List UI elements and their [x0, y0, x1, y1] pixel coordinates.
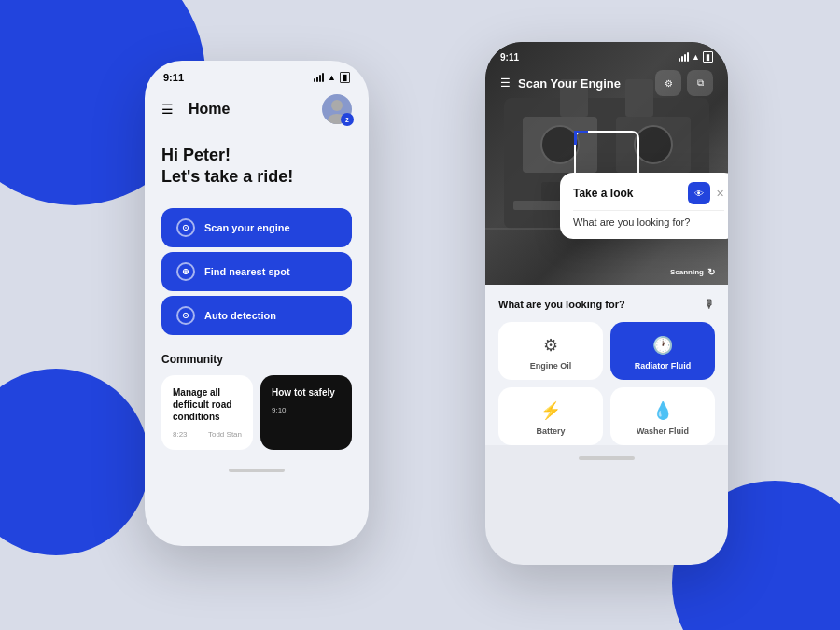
engine-oil-label: Engine Oil [530, 361, 572, 371]
engine-oil-icon: ⚙ [543, 335, 558, 356]
what-label-bar: What are you looking for? 🎙 [498, 298, 715, 311]
scan-engine-button[interactable]: ⊙ Scan your engine [161, 208, 352, 247]
community-title: Community [161, 353, 352, 366]
status-bar-right: 9:11 ▲ ▮ [485, 42, 728, 68]
blob-bottom-left [0, 369, 149, 555]
card-time-dark: 9:10 [272, 406, 287, 414]
svg-point-0 [331, 100, 343, 111]
title-left-group: ☰ Scan Your Engine [500, 77, 621, 91]
time-left: 9:11 [163, 72, 184, 83]
close-icon[interactable]: ✕ [716, 188, 724, 200]
phone-right: 9:11 ▲ ▮ ☰ Scan Your Engine ⚙ ⧉ [485, 42, 728, 565]
battery-icon-right: ▮ [703, 51, 713, 63]
battery-icon-left: ▮ [340, 72, 350, 83]
card-meta-dark: 9:10 [272, 406, 341, 414]
community-card-dark[interactable]: How tot safely 9:10 [260, 375, 352, 450]
camera-section: 9:11 ▲ ▮ ☰ Scan Your Engine ⚙ ⧉ [485, 42, 728, 285]
title-bar-right: ☰ Scan Your Engine ⚙ ⧉ [485, 66, 728, 100]
engine-oil-option[interactable]: ⚙ Engine Oil [498, 322, 603, 380]
what-label-text: What are you looking for? [498, 299, 625, 310]
status-icons-right: ▲ ▮ [679, 51, 713, 63]
washer-fluid-icon: 💧 [652, 400, 673, 421]
radiator-fluid-label: Radiator Fluid [635, 361, 692, 371]
radiator-fluid-option[interactable]: 🕐 Radiator Fluid [610, 322, 715, 380]
home-indicator-left [229, 469, 285, 472]
page-title-left: Home [189, 101, 230, 118]
wifi-icon-right: ▲ [692, 52, 700, 62]
menu-icon-right[interactable]: ☰ [500, 77, 511, 90]
auto-icon: ⊙ [176, 306, 195, 325]
popup-divider [573, 210, 724, 211]
auto-detection-label: Auto detection [204, 310, 276, 321]
popup-card: Take a look 👁 ✕ What are you looking for… [560, 173, 728, 239]
washer-fluid-label: Washer Fluid [637, 427, 689, 436]
find-nearest-button[interactable]: ⊕ Find nearest spot [161, 252, 352, 291]
community-card-light[interactable]: Manage all defficult road conditions 8:2… [161, 375, 253, 450]
greeting-text: Hi Peter! Let's take a ride! [161, 145, 352, 189]
scan-title: Scan Your Engine [518, 77, 621, 91]
card-meta-light: 8:23 Todd Stan [173, 430, 242, 439]
radiator-fluid-icon: 🕐 [652, 335, 673, 356]
popup-header: Take a look 👁 ✕ [573, 182, 724, 204]
community-cards: Manage all defficult road conditions 8:2… [161, 375, 352, 450]
battery-label: Battery [536, 427, 565, 436]
options-grid: ⚙ Engine Oil 🕐 Radiator Fluid ⚡ Battery … [498, 322, 715, 445]
header-left-group: ☰ Home [161, 101, 230, 118]
washer-fluid-option[interactable]: 💧 Washer Fluid [610, 387, 715, 445]
settings-icon-btn[interactable]: ⚙ [655, 70, 681, 96]
popup-actions: 👁 ✕ [688, 182, 724, 204]
copy-icon-btn[interactable]: ⧉ [687, 70, 713, 96]
card-title-dark: How tot safely [272, 386, 341, 399]
phone-left: 9:11 ▲ ▮ ☰ Home 2 [145, 61, 369, 546]
scanning-label: Scanning ↻ [670, 267, 715, 277]
menu-icon[interactable]: ☰ [161, 102, 174, 117]
bottom-section: What are you looking for? 🎙 ⚙ Engine Oil… [485, 285, 728, 445]
title-action-icons: ⚙ ⧉ [655, 70, 713, 96]
card-time-light: 8:23 [173, 430, 188, 439]
card-title-light: Manage all defficult road conditions [173, 386, 242, 423]
find-nearest-label: Find nearest spot [204, 266, 290, 277]
status-icons-left: ▲ ▮ [314, 72, 350, 83]
notification-badge: 2 [341, 113, 354, 126]
card-author-light: Todd Stan [208, 430, 242, 439]
popup-title: Take a look [573, 187, 633, 200]
status-bar-left: 9:11 ▲ ▮ [145, 61, 369, 87]
scan-icon: ⊙ [176, 218, 195, 237]
community-section: Community Manage all defficult road cond… [145, 340, 369, 457]
greeting-section: Hi Peter! Let's take a ride! [145, 135, 369, 203]
auto-detection-button[interactable]: ⊙ Auto detection [161, 296, 352, 335]
svg-point-5 [541, 126, 579, 163]
find-icon: ⊕ [176, 262, 195, 281]
wifi-icon-left: ▲ [328, 73, 336, 82]
battery-icon: ⚡ [540, 400, 561, 421]
header-left: ☰ Home 2 [145, 87, 369, 135]
avatar-container: 2 [322, 94, 352, 124]
scan-engine-label: Scan your engine [204, 222, 290, 233]
scanning-spinner: ↻ [707, 267, 715, 277]
time-right: 9:11 [500, 52, 519, 63]
svg-point-6 [635, 126, 672, 163]
popup-question: What are you looking for? [573, 217, 724, 228]
eye-icon-btn[interactable]: 👁 [688, 182, 710, 204]
battery-option[interactable]: ⚡ Battery [498, 387, 603, 445]
mic-icon[interactable]: 🎙 [704, 298, 715, 311]
home-indicator-right [579, 456, 635, 460]
